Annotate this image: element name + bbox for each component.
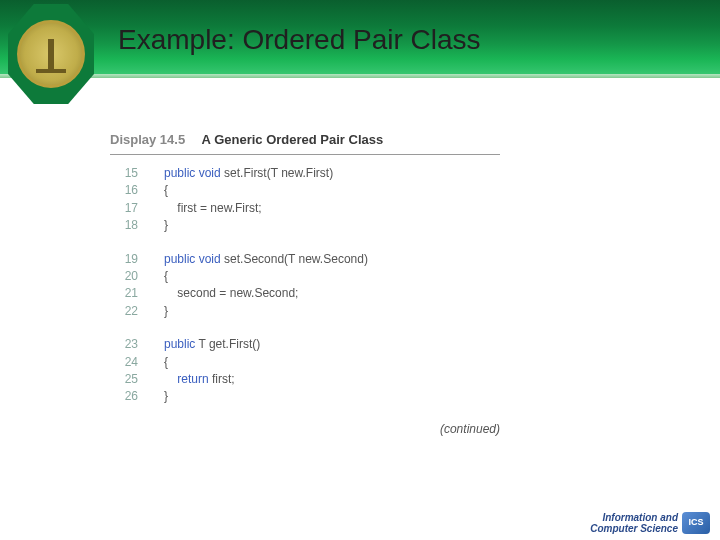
code-text: } — [164, 388, 168, 405]
code-line: 16{ — [110, 182, 550, 199]
content-area: Display 14.5 A Generic Ordered Pair Clas… — [110, 130, 550, 436]
code-text: { — [164, 354, 168, 371]
code-line: 24{ — [110, 354, 550, 371]
code-block: 15public void set.First(T new.First)16{1… — [110, 165, 550, 406]
code-text: public void set.Second(T new.Second) — [164, 251, 368, 268]
line-number: 19 — [110, 251, 138, 268]
code-text: } — [164, 303, 168, 320]
code-text: second = new.Second; — [164, 285, 298, 302]
code-text: return first; — [164, 371, 235, 388]
keyword: public void — [164, 166, 221, 180]
code-line: 17 first = new.First; — [110, 200, 550, 217]
line-number: 26 — [110, 388, 138, 405]
header-accent — [0, 74, 720, 78]
footer-badge-icon: ICS — [682, 512, 710, 534]
code-text: { — [164, 182, 168, 199]
code-text: { — [164, 268, 168, 285]
footer-line1: Information and — [590, 512, 678, 523]
keyword: return — [164, 372, 209, 386]
line-number: 22 — [110, 303, 138, 320]
code-group: 19public void set.Second(T new.Second)20… — [110, 251, 550, 321]
line-number: 25 — [110, 371, 138, 388]
footer-text: Information and Computer Science — [590, 512, 678, 534]
code-line: 15public void set.First(T new.First) — [110, 165, 550, 182]
code-line: 26} — [110, 388, 550, 405]
line-number: 16 — [110, 182, 138, 199]
code-line: 19public void set.Second(T new.Second) — [110, 251, 550, 268]
line-number: 17 — [110, 200, 138, 217]
keyword: public void — [164, 252, 221, 266]
keyword: public — [164, 337, 195, 351]
line-number: 20 — [110, 268, 138, 285]
code-line: 25 return first; — [110, 371, 550, 388]
line-number: 23 — [110, 336, 138, 353]
code-text: public void set.First(T new.First) — [164, 165, 333, 182]
code-group: 15public void set.First(T new.First)16{1… — [110, 165, 550, 235]
code-group: 23public T get.First()24{25 return first… — [110, 336, 550, 406]
slide-title: Example: Ordered Pair Class — [118, 24, 481, 56]
logo-tower-icon — [48, 39, 54, 69]
line-number: 21 — [110, 285, 138, 302]
logo-seal-icon — [17, 20, 85, 88]
code-text: public T get.First() — [164, 336, 260, 353]
code-text: first = new.First; — [164, 200, 262, 217]
continued-label: (continued) — [110, 422, 500, 436]
university-logo — [8, 4, 94, 104]
logo-octagon-icon — [8, 4, 94, 104]
line-number: 18 — [110, 217, 138, 234]
footer-line2: Computer Science — [590, 523, 678, 534]
code-line: 21 second = new.Second; — [110, 285, 550, 302]
line-number: 15 — [110, 165, 138, 182]
line-number: 24 — [110, 354, 138, 371]
display-heading: Display 14.5 A Generic Ordered Pair Clas… — [110, 130, 550, 148]
code-line: 20{ — [110, 268, 550, 285]
display-label: Display 14.5 — [110, 132, 185, 147]
code-line: 18} — [110, 217, 550, 234]
code-text: } — [164, 217, 168, 234]
display-title: A Generic Ordered Pair Class — [202, 132, 384, 147]
title-rule — [110, 154, 500, 155]
footer-logo: Information and Computer Science ICS — [590, 512, 710, 534]
header-band: Example: Ordered Pair Class — [0, 0, 720, 78]
code-line: 23public T get.First() — [110, 336, 550, 353]
code-line: 22} — [110, 303, 550, 320]
